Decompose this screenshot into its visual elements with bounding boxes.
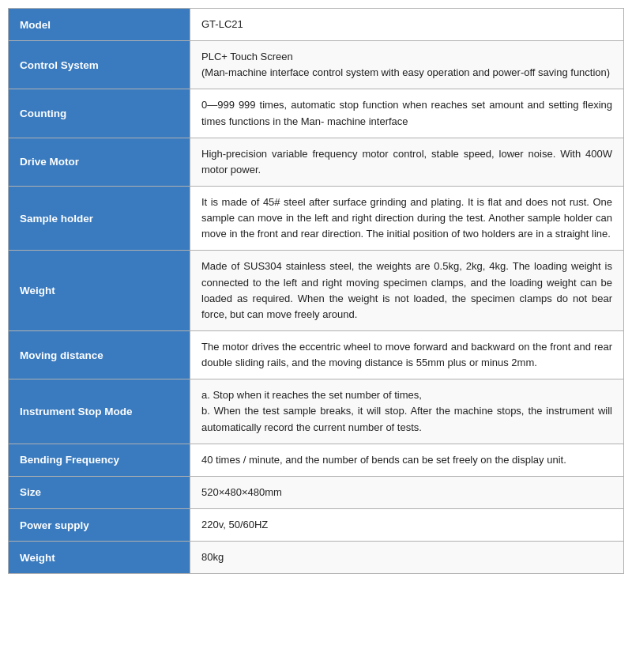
table-row: Power supply220v, 50/60HZ	[9, 508, 624, 541]
table-row: Instrument Stop Modea. Stop when it reac…	[9, 379, 624, 444]
row-value: Made of SUS304 stainless steel, the weig…	[190, 251, 624, 331]
table-row: ModelGT-LC21	[9, 9, 624, 41]
row-label: Power supply	[9, 508, 190, 541]
row-label: Weight	[9, 251, 190, 331]
table-row: Counting0—999 999 times, automatic stop …	[9, 89, 624, 138]
row-label: Moving distance	[9, 330, 190, 379]
table-row: Bending Frequency40 times / minute, and …	[9, 444, 624, 476]
table-row: Weight80kg	[9, 542, 624, 574]
table-row: Moving distanceThe motor drives the ecce…	[9, 330, 624, 379]
row-label: Instrument Stop Mode	[9, 379, 190, 444]
row-label: Control System	[9, 41, 190, 89]
row-label: Size	[9, 476, 190, 508]
row-value: a. Stop when it reaches the set number o…	[190, 379, 624, 444]
row-label: Weight	[9, 542, 190, 574]
row-value: 80kg	[190, 542, 624, 574]
row-value: PLC+ Touch Screen(Man-machine interface …	[190, 41, 624, 89]
row-label: Sample holder	[9, 186, 190, 250]
table-row: Control SystemPLC+ Touch Screen(Man-mach…	[9, 41, 624, 89]
row-label: Drive Motor	[9, 138, 190, 186]
row-label: Counting	[9, 89, 190, 138]
table-row: Size520×480×480mm	[9, 476, 624, 508]
row-value: 40 times / minute, and the number of ben…	[190, 444, 624, 476]
row-value: It is made of 45# steel after surface gr…	[190, 186, 624, 250]
row-value: 520×480×480mm	[190, 476, 624, 508]
table-row: Drive MotorHigh-precision variable frequ…	[9, 138, 624, 186]
row-label: Bending Frequency	[9, 444, 190, 476]
row-value: The motor drives the eccentric wheel to …	[190, 330, 624, 379]
row-value: 220v, 50/60HZ	[190, 508, 624, 541]
spec-table: ModelGT-LC21Control SystemPLC+ Touch Scr…	[8, 8, 624, 574]
table-row: WeightMade of SUS304 stainless steel, th…	[9, 251, 624, 331]
row-value: GT-LC21	[190, 9, 624, 41]
row-value: High-precision variable frequency motor …	[190, 138, 624, 186]
table-row: Sample holderIt is made of 45# steel aft…	[9, 186, 624, 250]
row-value: 0—999 999 times, automatic stop function…	[190, 89, 624, 138]
row-label: Model	[9, 9, 190, 41]
